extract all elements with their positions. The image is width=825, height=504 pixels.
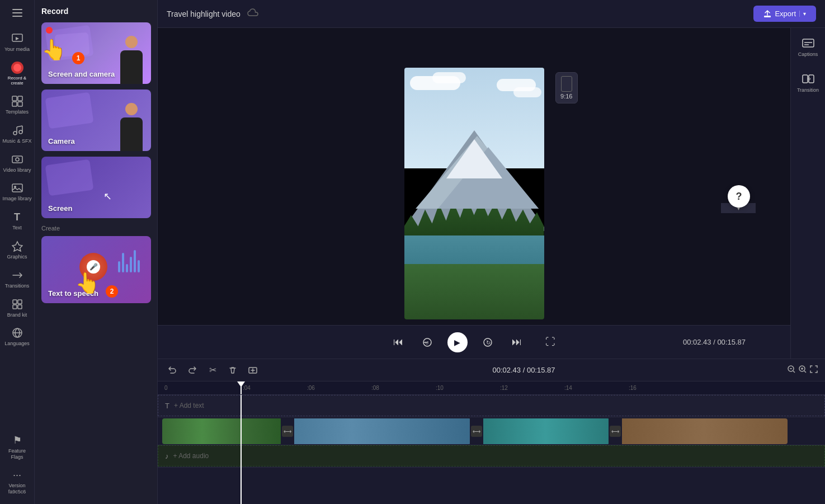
aspect-ratio-label: 9:16 [560,93,572,100]
svg-rect-29 [803,39,814,47]
video-clip-3[interactable] [481,418,610,444]
transition-icon-3: ⟷ [610,426,621,437]
play-button[interactable]: ▶ [447,332,468,352]
playhead[interactable] [241,381,242,394]
svg-rect-33 [809,75,814,83]
sidebar-label-video-library: Video library [3,167,31,173]
transitions-icon [11,269,23,281]
add-audio-track[interactable]: ♪ + Add audio [158,445,825,467]
svg-line-43 [804,371,806,373]
menu-button[interactable] [8,4,27,23]
camera-card[interactable]: Camera [41,90,151,151]
video-clip-1[interactable] [162,418,282,444]
screen-card[interactable]: ↖ Screen [41,157,151,218]
project-name[interactable]: Travel highlight video [167,10,241,18]
delete-button[interactable] [225,362,241,378]
transition-tool[interactable]: Transition [795,67,821,98]
sidebar-item-music-sfx[interactable]: Music & SFX [0,120,34,149]
transition-2[interactable]: ⟷ [470,417,483,445]
svg-rect-5 [18,96,22,101]
templates-icon [11,95,23,107]
zoom-in-button[interactable] [798,365,807,376]
fit-timeline-button[interactable] [809,365,818,376]
audio-track-row: ♪ + Add audio [158,445,825,468]
sidebar-label-feature-flags: FeatureFlags [8,448,26,460]
record-panel: Record Screen and camera 👆 1 Camera ↖ Sc… [35,0,158,504]
video-preview [404,68,544,319]
screen-and-camera-card[interactable]: Screen and camera 👆 1 [41,22,151,84]
zoom-controls [787,365,818,376]
add-media-button[interactable] [245,362,261,378]
sidebar-item-your-media[interactable]: Your media [0,28,34,57]
sidebar-item-transitions[interactable]: Transitions [0,265,34,294]
right-sidebar: Captions Transition [790,28,825,359]
sidebar-item-version[interactable]: ··· Versionfa9c5c6 [0,464,34,500]
export-label: Export [775,10,796,18]
rewind-button[interactable]: ↺ [418,333,436,351]
cut-button[interactable]: ✂ [205,362,220,378]
content-area: 9:16 [158,28,825,359]
person-avatar [116,34,147,84]
help-button[interactable]: ? [728,185,750,208]
sidebar-item-image-library[interactable]: Image library [0,177,34,206]
sidebar-label-record: Record &create [8,76,26,86]
timeline-content: 0 :04 :06 :08 :10 :12 :14 :16 [158,381,825,504]
video-clip-2[interactable] [292,418,471,444]
tts-card[interactable]: 🎤 Text to speech 👆 2 [41,236,151,303]
export-button[interactable]: Export ▾ [753,6,816,22]
captions-tool[interactable]: Captions [796,32,821,63]
tts-label: Text to speech [48,289,98,298]
foreground [404,264,544,319]
cursor-indicator: ↖ [103,190,112,202]
forward-button[interactable]: ↻ [479,333,497,351]
text-track-content: T + Add text [158,395,825,417]
add-text-track[interactable]: T + Add text [158,395,825,416]
zoom-out-button[interactable] [787,365,796,376]
svg-line-39 [793,371,795,373]
sidebar-item-record-create[interactable]: Record &create [0,57,34,91]
aspect-ratio-badge[interactable]: 9:16 [555,72,577,103]
transition-1[interactable]: ⟷ [281,417,294,445]
tts-icon: 🎤 [79,253,107,281]
sidebar-item-templates[interactable]: Templates [0,91,34,120]
skip-back-button[interactable]: ⏮ [389,333,407,351]
sidebar-item-feature-flags[interactable]: ⚑ FeatureFlags [0,430,34,465]
video-track-row: ⟷ ⟷ ⟷ [158,417,825,445]
camera-label: Camera [48,137,75,145]
undo-button[interactable] [164,362,180,378]
sidebar-item-video-library[interactable]: Video library [0,149,34,178]
video-clip-4[interactable] [620,418,788,444]
video-library-icon [11,153,23,166]
ruler-mark-12: :12 [498,385,562,391]
sidebar-item-graphics[interactable]: Graphics [0,235,34,265]
svg-point-8 [13,131,17,135]
sidebar-item-brand-kit[interactable]: Brand kit [0,294,34,323]
export-chevron[interactable]: ▾ [799,11,806,17]
transition-3[interactable]: ⟷ [609,417,622,445]
graphics-icon [11,240,23,252]
card-decoration-2 [55,32,90,57]
ruler-mark-14: :14 [562,385,626,391]
music-sfx-icon [11,124,23,136]
sidebar-label-version: Versionfa9c5c6 [8,483,26,495]
sidebar-item-languages[interactable]: Languages [0,322,34,351]
total-time: 00:15.87 [717,338,746,346]
ruler-mark-10: :10 [433,385,498,391]
svg-text:↻: ↻ [486,340,491,346]
badge-2: 2 [106,285,118,298]
svg-point-14 [16,158,19,161]
sidebar-label-languages: Languages [4,341,30,347]
sidebar-item-text[interactable]: T Text [0,206,34,235]
redo-button[interactable] [185,362,200,378]
time-display: 00:02.43 / 00:15.87 [683,338,746,346]
skip-forward-button[interactable]: ⏭ [508,333,526,351]
captions-label: Captions [798,51,818,57]
badge-1: 1 [72,52,84,64]
add-text-label: + Add text [174,402,204,409]
ruler-marks: 0 :04 :06 :08 :10 :12 :14 :16 [162,385,825,391]
brand-kit-icon [11,298,23,310]
record-create-icon [11,62,23,74]
top-bar: Travel highlight video Export ▾ [158,0,825,28]
preview-area: 9:16 [158,28,790,359]
fullscreen-button[interactable]: ⛶ [541,333,559,351]
